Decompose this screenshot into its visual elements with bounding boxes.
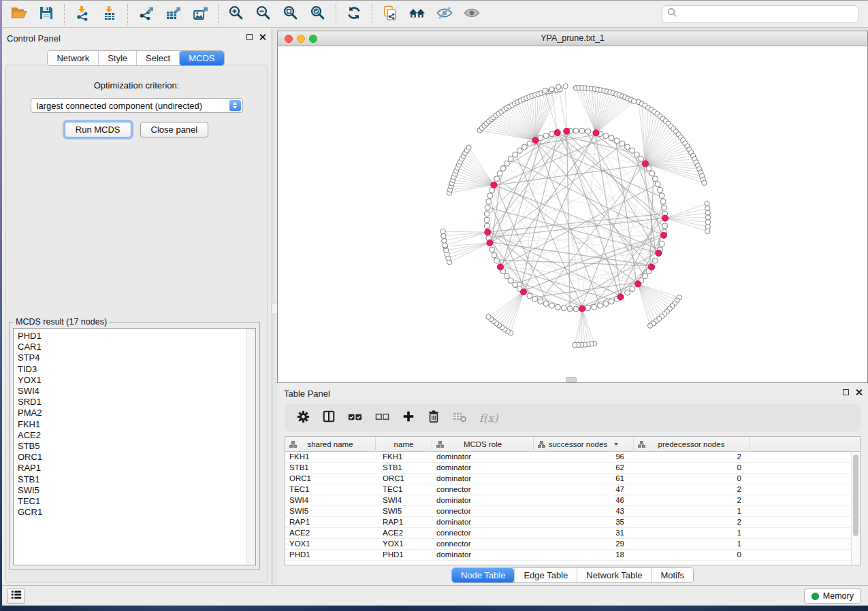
select-all-button[interactable] bbox=[347, 410, 363, 427]
table-cell[interactable]: 18 bbox=[534, 550, 634, 560]
mcds-list-scrollbar[interactable] bbox=[246, 329, 255, 565]
table-cell[interactable]: PHD1 bbox=[285, 550, 376, 560]
table-cell[interactable]: connector bbox=[432, 539, 534, 549]
table-cell[interactable]: 35 bbox=[534, 517, 634, 527]
table-cell[interactable]: dominator bbox=[432, 495, 534, 506]
table-cell[interactable]: 1 bbox=[634, 506, 750, 516]
save-session-button[interactable] bbox=[33, 3, 60, 26]
mcds-result-item[interactable]: CAR1 bbox=[18, 342, 246, 352]
open-file-button[interactable] bbox=[5, 3, 33, 26]
table-cell[interactable]: 47 bbox=[534, 484, 634, 495]
table-cell[interactable]: SWI5 bbox=[285, 506, 376, 516]
table-cell[interactable]: 0 bbox=[634, 463, 750, 473]
table-row[interactable]: FKH1FKH1dominator962 bbox=[285, 452, 860, 463]
add-column-button[interactable] bbox=[402, 410, 415, 426]
table-cell[interactable]: STB1 bbox=[285, 463, 376, 473]
table-cell[interactable]: 0 bbox=[634, 550, 750, 560]
first-neighbors-button[interactable] bbox=[404, 3, 431, 26]
mcds-result-item[interactable]: SWI5 bbox=[18, 485, 246, 496]
table-row[interactable]: STB1STB1dominator620 bbox=[285, 463, 860, 474]
table-cell[interactable]: 96 bbox=[534, 452, 634, 462]
optimization-criterion-select[interactable]: largest connected component (undirected) bbox=[31, 98, 243, 113]
mcds-result-item[interactable]: RAP1 bbox=[18, 463, 246, 474]
table-cell[interactable]: dominator bbox=[432, 452, 534, 462]
export-table-button[interactable] bbox=[159, 3, 187, 26]
minimize-window-icon[interactable] bbox=[297, 35, 305, 43]
table-row[interactable]: ORC1ORC1dominator610 bbox=[285, 474, 860, 484]
horizontal-splitter-handle[interactable] bbox=[566, 377, 577, 382]
run-mcds-button[interactable]: Run MCDS bbox=[65, 122, 131, 137]
mcds-result-item[interactable]: GCR1 bbox=[18, 507, 246, 518]
tab-edge-table[interactable]: Edge Table bbox=[514, 568, 577, 582]
mcds-result-item[interactable]: ORC1 bbox=[18, 452, 246, 463]
column-header-name[interactable]: name bbox=[376, 437, 432, 452]
mcds-result-item[interactable]: PMA2 bbox=[18, 408, 246, 418]
share-document-button[interactable] bbox=[376, 3, 404, 26]
column-header-successor-nodes[interactable]: successor nodes bbox=[534, 437, 634, 452]
export-image-button[interactable] bbox=[187, 3, 214, 26]
deselect-all-button[interactable] bbox=[374, 410, 390, 427]
table-cell[interactable]: dominator bbox=[432, 550, 534, 560]
memory-button[interactable]: Memory bbox=[804, 589, 861, 604]
close-window-icon[interactable] bbox=[285, 35, 293, 43]
tab-motifs[interactable]: Motifs bbox=[651, 568, 693, 582]
zoom-selected-button[interactable] bbox=[304, 3, 332, 26]
table-cell[interactable]: FKH1 bbox=[376, 452, 432, 462]
table-cell[interactable]: YOX1 bbox=[376, 539, 432, 549]
table-cell[interactable]: STB1 bbox=[376, 463, 432, 473]
mcds-result-item[interactable]: SRD1 bbox=[18, 397, 246, 408]
mcds-result-item[interactable]: STP4 bbox=[18, 352, 246, 363]
tab-select[interactable]: Select bbox=[136, 51, 179, 65]
table-cell[interactable]: SWI4 bbox=[376, 495, 432, 506]
zoom-in-button[interactable] bbox=[223, 3, 250, 26]
table-cell[interactable]: SWI5 bbox=[376, 506, 432, 516]
mcds-result-item[interactable]: TEC1 bbox=[18, 496, 246, 507]
table-cell[interactable]: 2 bbox=[634, 452, 750, 462]
table-row[interactable]: RAP1RAP1dominator352 bbox=[285, 517, 860, 528]
close-panel-icon[interactable] bbox=[259, 33, 266, 41]
zoom-fit-button[interactable] bbox=[277, 3, 304, 26]
refresh-button[interactable] bbox=[340, 3, 368, 26]
table-row[interactable]: TEC1TEC1connector472 bbox=[285, 484, 860, 495]
table-cell[interactable]: RAP1 bbox=[376, 517, 432, 527]
mcds-result-item[interactable]: YOX1 bbox=[18, 375, 246, 386]
table-cell[interactable]: 2 bbox=[634, 517, 750, 527]
task-history-button[interactable] bbox=[7, 589, 25, 604]
table-cell[interactable]: ACE2 bbox=[285, 528, 376, 538]
show-columns-button[interactable] bbox=[322, 410, 336, 426]
table-cell[interactable]: 43 bbox=[534, 506, 634, 516]
table-row[interactable]: SWI4SWI4dominator462 bbox=[285, 495, 860, 506]
tab-style[interactable]: Style bbox=[98, 51, 136, 65]
mcds-result-item[interactable]: ACE2 bbox=[18, 430, 246, 441]
table-cell[interactable]: 46 bbox=[534, 495, 634, 506]
table-cell[interactable]: FKH1 bbox=[285, 452, 376, 462]
table-cell[interactable]: dominator bbox=[432, 463, 534, 473]
show-details-button[interactable] bbox=[458, 3, 485, 26]
mcds-result-item[interactable]: PHD1 bbox=[18, 331, 246, 342]
table-cell[interactable]: PHD1 bbox=[376, 550, 432, 560]
table-cell[interactable]: dominator bbox=[432, 517, 534, 527]
table-cell[interactable]: 2 bbox=[634, 495, 750, 506]
tab-network-table[interactable]: Network Table bbox=[577, 568, 651, 582]
mcds-result-item[interactable]: FKH1 bbox=[18, 419, 246, 430]
table-row[interactable]: SWI5SWI5connector431 bbox=[285, 506, 860, 517]
table-cell[interactable]: 31 bbox=[534, 528, 634, 538]
close-panel-button[interactable]: Close panel bbox=[140, 122, 209, 137]
tab-node-table[interactable]: Node Table bbox=[452, 568, 515, 582]
table-scrollbar[interactable] bbox=[851, 452, 860, 565]
column-header-shared-name[interactable]: shared name bbox=[285, 437, 376, 452]
tab-network[interactable]: Network bbox=[48, 51, 98, 65]
mcds-result-item[interactable]: SWI4 bbox=[18, 386, 246, 397]
table-cell[interactable]: RAP1 bbox=[285, 517, 376, 527]
mcds-result-item[interactable]: STB1 bbox=[18, 474, 246, 485]
table-cell[interactable]: 2 bbox=[634, 484, 750, 495]
table-cell[interactable]: 62 bbox=[534, 463, 634, 473]
export-network-button[interactable] bbox=[132, 3, 159, 26]
mcds-result-item[interactable]: STB5 bbox=[18, 441, 246, 452]
zoom-out-button[interactable] bbox=[250, 3, 277, 26]
import-table-button[interactable] bbox=[96, 3, 123, 26]
table-cell[interactable]: connector bbox=[432, 528, 534, 538]
table-row[interactable]: YOX1YOX1connector291 bbox=[285, 539, 860, 550]
table-cell[interactable]: 1 bbox=[634, 539, 750, 549]
panel-splitter[interactable] bbox=[272, 28, 277, 585]
